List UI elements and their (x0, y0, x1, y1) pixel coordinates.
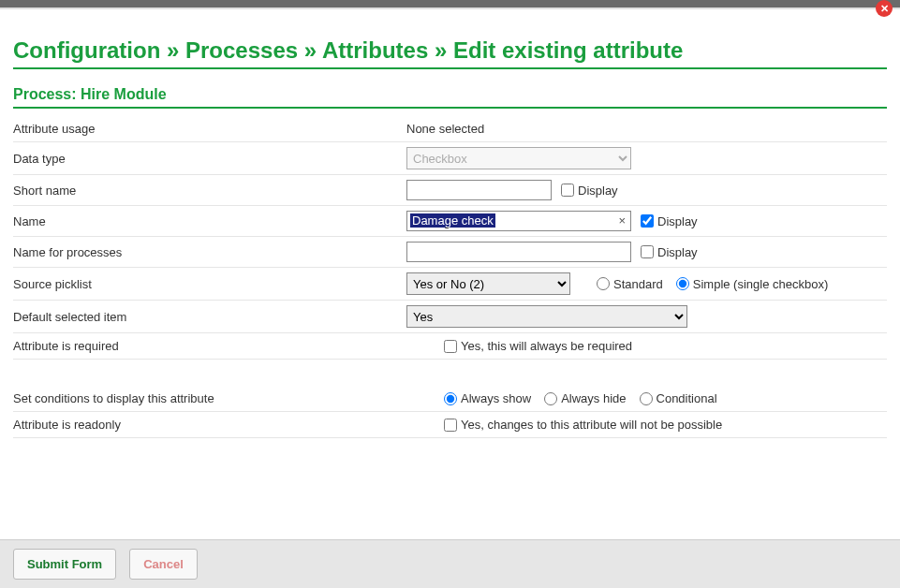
radio-standard[interactable] (597, 277, 610, 290)
short-name-display-wrap[interactable]: Display (561, 184, 618, 198)
breadcrumb-sep: » (435, 37, 447, 63)
row-spacer (13, 360, 887, 386)
breadcrumb-configuration[interactable]: Configuration (13, 37, 160, 63)
breadcrumb: Configuration » Processes » Attributes »… (13, 37, 887, 69)
checkbox-name-display[interactable] (641, 214, 654, 228)
row-attribute-required: Attribute is required Yes, this will alw… (13, 333, 887, 360)
footer-bar: Submit Form Cancel (0, 539, 900, 588)
attribute-required-text: Yes, this will always be required (461, 339, 632, 353)
radio-always-hide[interactable] (544, 392, 557, 405)
select-default-selected-item[interactable]: Yes (406, 305, 687, 328)
radio-always-show-label: Always show (461, 391, 531, 405)
short-name-display-label: Display (578, 184, 618, 198)
cancel-button[interactable]: Cancel (129, 549, 198, 580)
row-data-type: Data type Checkbox (13, 142, 887, 175)
radio-always-hide-label: Always hide (561, 391, 626, 405)
radio-simple-label: Simple (single checkbox) (693, 277, 829, 291)
label-name: Name (13, 214, 406, 228)
radio-simple[interactable] (676, 277, 689, 290)
checkbox-readonly[interactable] (444, 419, 457, 432)
label-attribute-required: Attribute is required (13, 339, 406, 353)
breadcrumb-processes[interactable]: Processes (185, 37, 298, 63)
row-default-selected-item: Default selected item Yes (13, 301, 887, 333)
input-name-for-processes[interactable] (406, 242, 631, 262)
submit-button[interactable]: Submit Form (13, 549, 116, 580)
value-attribute-usage: None selected (406, 122, 484, 136)
clear-icon[interactable]: × (618, 213, 626, 228)
radio-conditional-wrap[interactable]: Conditional (640, 391, 717, 405)
select-source-picklist[interactable]: Yes or No (2) (406, 272, 570, 295)
row-attribute-usage: Attribute usage None selected (13, 116, 887, 142)
radio-simple-wrap[interactable]: Simple (single checkbox) (676, 277, 829, 291)
radio-standard-wrap[interactable]: Standard (597, 277, 663, 291)
label-short-name: Short name (13, 184, 406, 198)
close-icon[interactable]: ✕ (876, 0, 893, 17)
label-display-conditions: Set conditions to display this attribute (13, 391, 406, 405)
label-attribute-usage: Attribute usage (13, 122, 406, 136)
breadcrumb-sep: » (304, 37, 317, 63)
select-data-type: Checkbox (406, 147, 631, 169)
readonly-wrap[interactable]: Yes, changes to this attribute will not … (444, 418, 722, 432)
row-readonly: Attribute is readonly Yes, changes to th… (13, 412, 887, 438)
row-source-picklist: Source picklist Yes or No (2) Standard S… (13, 268, 887, 301)
modal-window: ✕ Configuration » Processes » Attributes… (0, 0, 900, 588)
radio-always-show-wrap[interactable]: Always show (444, 391, 531, 405)
row-display-conditions: Set conditions to display this attribute… (13, 386, 887, 412)
row-name: Name Damage check × Display (13, 206, 887, 237)
checkbox-name-for-processes-display[interactable] (641, 245, 654, 258)
radio-conditional[interactable] (640, 392, 653, 405)
label-source-picklist: Source picklist (13, 277, 406, 291)
radio-conditional-label: Conditional (657, 391, 717, 405)
name-display-wrap[interactable]: Display (641, 214, 698, 228)
row-short-name: Short name Display (13, 175, 887, 206)
breadcrumb-attributes[interactable]: Attributes (322, 37, 428, 63)
radio-always-show[interactable] (444, 392, 457, 405)
modal-topbar (0, 0, 900, 7)
label-readonly: Attribute is readonly (13, 418, 406, 432)
breadcrumb-sep: » (167, 37, 179, 63)
input-short-name[interactable] (406, 180, 552, 200)
modal-content: Configuration » Processes » Attributes »… (0, 9, 900, 539)
attribute-required-wrap[interactable]: Yes, this will always be required (444, 339, 632, 353)
process-title: Process: Hire Module (13, 86, 887, 109)
label-data-type: Data type (13, 152, 406, 166)
readonly-text: Yes, changes to this attribute will not … (461, 418, 722, 432)
name-for-processes-display-label: Display (657, 245, 698, 259)
name-for-processes-display-wrap[interactable]: Display (641, 245, 698, 259)
radio-always-hide-wrap[interactable]: Always hide (544, 391, 626, 405)
input-name[interactable] (406, 211, 631, 231)
breadcrumb-current: Edit existing attribute (453, 37, 683, 63)
row-name-for-processes: Name for processes Display (13, 237, 887, 268)
radio-standard-label: Standard (613, 277, 663, 291)
label-name-for-processes: Name for processes (13, 245, 406, 259)
label-default-selected-item: Default selected item (13, 310, 406, 324)
name-display-label: Display (657, 214, 698, 228)
checkbox-attribute-required[interactable] (444, 340, 457, 353)
checkbox-short-name-display[interactable] (561, 184, 574, 197)
